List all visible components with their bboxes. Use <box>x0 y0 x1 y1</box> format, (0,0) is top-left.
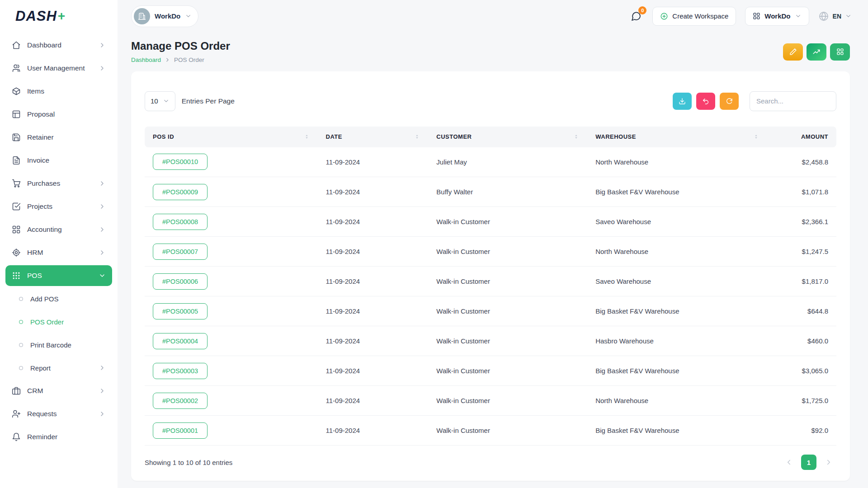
workspace-selector[interactable]: WorkDo <box>131 5 198 27</box>
sidebar-item-projects[interactable]: Projects <box>5 196 112 217</box>
breadcrumb-dashboard-link[interactable]: Dashboard <box>131 56 161 63</box>
file-text-icon <box>12 156 21 165</box>
warehouse-cell: Big Basket F&V Warehouse <box>587 177 767 207</box>
next-page-button[interactable] <box>821 455 836 470</box>
sidebar-item-label: CRM <box>27 387 99 395</box>
date-cell: 11-09-2024 <box>318 296 429 326</box>
submenu-item-label: Report <box>30 364 99 372</box>
column-header-customer[interactable]: CUSTOMER <box>428 127 587 147</box>
users-icon <box>12 64 21 73</box>
chevron-right-icon <box>99 42 106 49</box>
pos-id-badge[interactable]: #POS00002 <box>153 393 208 409</box>
logo-text: DASH <box>15 8 57 24</box>
edit-button[interactable] <box>783 43 803 61</box>
grid-icon <box>12 225 21 234</box>
company-menu-button[interactable]: WorkDo <box>745 7 809 26</box>
date-cell: 11-09-2024 <box>318 177 429 207</box>
warehouse-cell: Big Basket F&V Warehouse <box>587 416 767 446</box>
page-number-button[interactable]: 1 <box>801 455 816 470</box>
table-toolbar: 10 Entries Per Page <box>145 91 836 111</box>
pos-id-badge[interactable]: #POS00007 <box>153 244 208 260</box>
sidebar-item-label: POS <box>27 272 99 280</box>
customer-cell: Walk-in Customer <box>428 267 587 296</box>
pos-id-badge[interactable]: #POS00008 <box>153 214 208 230</box>
sidebar-item-accounting[interactable]: Accounting <box>5 219 112 240</box>
sidebar-item-requests[interactable]: Requests <box>5 404 112 424</box>
pos-order-table: POS ID DATE CUSTOMER WAREHOUSE AMOUNT #P… <box>145 127 836 446</box>
refresh-button[interactable] <box>720 93 739 110</box>
pos-grid-button[interactable] <box>830 43 850 61</box>
sidebar-item-pos[interactable]: POS <box>5 265 112 286</box>
pos-id-badge[interactable]: #POS00001 <box>153 422 208 439</box>
amount-cell: $2,458.8 <box>767 147 836 177</box>
chevron-right-icon <box>825 458 833 466</box>
messages-badge: 0 <box>638 6 646 14</box>
page-title: Manage POS Order <box>131 40 230 52</box>
topbar: WorkDo 0 Create Workspace WorkDo EN <box>118 0 868 33</box>
sidebar-nav: Dashboard User Management Items Proposal… <box>0 35 118 454</box>
sidebar-item-proposal[interactable]: Proposal <box>5 104 112 125</box>
column-header-date[interactable]: DATE <box>318 127 429 147</box>
sidebar-item-retainer[interactable]: Retainer <box>5 127 112 148</box>
app-logo[interactable]: DASH + <box>0 0 118 33</box>
customer-cell: Walk-in Customer <box>428 326 587 356</box>
submenu-item-print-barcode[interactable]: Print Barcode <box>5 334 112 355</box>
create-workspace-button[interactable]: Create Workspace <box>652 7 736 26</box>
pos-id-badge[interactable]: #POS00009 <box>153 184 208 200</box>
table-row: #POS00010 11-09-2024 Juliet May North Wa… <box>145 147 836 177</box>
workspace-avatar <box>134 8 150 24</box>
pos-id-badge[interactable]: #POS00005 <box>153 303 208 319</box>
column-header-warehouse[interactable]: WAREHOUSE <box>587 127 767 147</box>
warehouse-cell: Big Basket F&V Warehouse <box>587 296 767 326</box>
showing-entries-text: Showing 1 to 10 of 10 entries <box>145 459 232 466</box>
sidebar-item-purchases[interactable]: Purchases <box>5 173 112 194</box>
sidebar-item-crm[interactable]: CRM <box>5 380 112 401</box>
plus-circle-icon <box>660 12 668 20</box>
trending-up-icon <box>812 48 821 56</box>
sidebar-item-items[interactable]: Items <box>5 81 112 102</box>
company-menu-label: WorkDo <box>764 12 790 20</box>
date-cell: 11-09-2024 <box>318 147 429 177</box>
sidebar-item-label: Purchases <box>27 179 99 188</box>
table-row: #POS00006 11-09-2024 Walk-in Customer Sa… <box>145 267 836 296</box>
sort-icon <box>414 134 420 140</box>
bell-icon <box>12 432 21 441</box>
date-cell: 11-09-2024 <box>318 386 429 416</box>
submenu-item-pos-order[interactable]: POS Order <box>5 311 112 332</box>
sort-icon <box>573 134 579 140</box>
reset-button[interactable] <box>696 93 715 110</box>
sidebar-item-hrm[interactable]: HRM <box>5 242 112 263</box>
dots-grid-icon <box>12 271 21 280</box>
column-header-pos-id[interactable]: POS ID <box>145 127 318 147</box>
sidebar: DASH + Dashboard User Management Items P… <box>0 0 118 488</box>
table-header-row: POS ID DATE CUSTOMER WAREHOUSE AMOUNT <box>145 127 836 147</box>
sort-icon <box>753 134 759 140</box>
previous-page-button[interactable] <box>781 455 797 470</box>
sidebar-item-label: User Management <box>27 64 99 72</box>
warehouse-cell: North Warehouse <box>587 386 767 416</box>
sidebar-item-invoice[interactable]: Invoice <box>5 150 112 171</box>
bullet-icon <box>19 297 23 301</box>
sidebar-item-label: Proposal <box>27 110 106 118</box>
pos-id-badge[interactable]: #POS00004 <box>153 333 208 349</box>
sidebar-item-dashboard[interactable]: Dashboard <box>5 35 112 56</box>
submenu-item-add-pos[interactable]: Add POS <box>5 288 112 309</box>
messages-button[interactable]: 0 <box>629 9 643 23</box>
export-button[interactable] <box>673 93 692 110</box>
pos-id-badge[interactable]: #POS00006 <box>153 273 208 290</box>
column-header-amount[interactable]: AMOUNT <box>767 127 836 147</box>
sidebar-item-user-management[interactable]: User Management <box>5 58 112 79</box>
sidebar-item-reminder[interactable]: Reminder <box>5 427 112 447</box>
pos-id-badge[interactable]: #POS00010 <box>153 154 208 170</box>
sidebar-item-label: Dashboard <box>27 41 99 49</box>
entries-per-page-select[interactable]: 10 <box>145 91 175 111</box>
table-row: #POS00003 11-09-2024 Walk-in Customer Bi… <box>145 356 836 386</box>
search-input[interactable] <box>750 91 836 111</box>
report-chart-button[interactable] <box>807 43 826 61</box>
undo-icon <box>702 98 709 105</box>
language-selector[interactable]: EN <box>818 11 852 22</box>
sort-icon <box>304 134 310 140</box>
pos-id-badge[interactable]: #POS00003 <box>153 363 208 379</box>
date-cell: 11-09-2024 <box>318 416 429 446</box>
submenu-item-report[interactable]: Report <box>5 357 112 378</box>
